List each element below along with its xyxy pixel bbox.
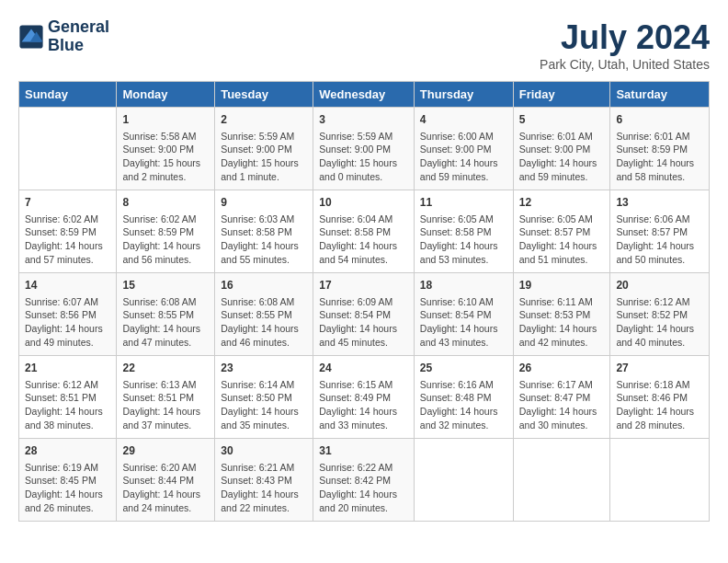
day-number: 6 [616,112,703,128]
title-section: July 2024 Park City, Utah, United States [540,18,710,72]
day-info: Sunrise: 6:22 AM Sunset: 8:42 PM Dayligh… [319,461,408,515]
location: Park City, Utah, United States [540,57,710,72]
calendar-cell: 10Sunrise: 6:04 AM Sunset: 8:58 PM Dayli… [313,190,415,273]
day-info: Sunrise: 6:12 AM Sunset: 8:51 PM Dayligh… [25,378,110,432]
logo-text: General Blue [48,18,109,55]
day-info: Sunrise: 5:59 AM Sunset: 9:00 PM Dayligh… [319,130,408,184]
calendar-header-day: Saturday [610,82,710,108]
day-number: 23 [221,361,307,376]
calendar-cell: 29Sunrise: 6:20 AM Sunset: 8:44 PM Dayli… [117,439,215,522]
day-number: 13 [616,195,703,211]
day-info: Sunrise: 6:11 AM Sunset: 8:53 PM Dayligh… [519,295,605,350]
calendar-cell: 9Sunrise: 6:03 AM Sunset: 8:58 PM Daylig… [215,190,313,273]
calendar-week-row: 21Sunrise: 6:12 AM Sunset: 8:51 PM Dayli… [19,356,710,439]
calendar-cell [19,108,117,190]
calendar-cell [414,439,513,522]
day-info: Sunrise: 6:07 AM Sunset: 8:56 PM Dayligh… [25,295,110,350]
day-info: Sunrise: 6:04 AM Sunset: 8:58 PM Dayligh… [319,213,408,267]
calendar-header-day: Monday [117,82,215,108]
calendar-header-day: Thursday [414,82,513,108]
logo: General Blue [18,18,109,55]
day-number: 30 [221,443,307,459]
day-info: Sunrise: 6:01 AM Sunset: 9:00 PM Dayligh… [519,130,605,184]
day-number: 11 [420,195,507,211]
calendar-cell: 30Sunrise: 6:21 AM Sunset: 8:43 PM Dayli… [215,439,313,522]
calendar-header-day: Sunday [19,82,117,108]
day-info: Sunrise: 6:12 AM Sunset: 8:52 PM Dayligh… [616,295,703,350]
day-info: Sunrise: 6:17 AM Sunset: 8:47 PM Dayligh… [519,378,605,432]
calendar-table: SundayMondayTuesdayWednesdayThursdayFrid… [18,81,710,522]
calendar-cell: 5Sunrise: 6:01 AM Sunset: 9:00 PM Daylig… [513,108,610,190]
calendar-cell: 28Sunrise: 6:19 AM Sunset: 8:45 PM Dayli… [19,439,117,522]
day-info: Sunrise: 6:05 AM Sunset: 8:58 PM Dayligh… [420,213,507,267]
day-info: Sunrise: 6:13 AM Sunset: 8:51 PM Dayligh… [122,378,209,432]
calendar-cell: 3Sunrise: 5:59 AM Sunset: 9:00 PM Daylig… [313,108,415,190]
day-info: Sunrise: 6:16 AM Sunset: 8:48 PM Dayligh… [420,378,507,432]
day-info: Sunrise: 6:03 AM Sunset: 8:58 PM Dayligh… [221,213,307,267]
day-number: 2 [221,112,307,128]
day-number: 16 [221,278,307,293]
day-number: 24 [319,361,408,376]
day-number: 17 [319,278,408,293]
day-number: 5 [519,112,605,128]
logo-icon [18,24,44,50]
day-number: 22 [122,361,209,376]
calendar-header-day: Tuesday [215,82,313,108]
day-number: 26 [519,361,605,376]
calendar-cell: 24Sunrise: 6:15 AM Sunset: 8:49 PM Dayli… [313,356,415,439]
calendar-cell: 19Sunrise: 6:11 AM Sunset: 8:53 PM Dayli… [513,273,610,356]
calendar-cell: 21Sunrise: 6:12 AM Sunset: 8:51 PM Dayli… [19,356,117,439]
calendar-cell: 18Sunrise: 6:10 AM Sunset: 8:54 PM Dayli… [414,273,513,356]
calendar-cell [610,439,710,522]
day-number: 1 [122,112,209,128]
day-number: 7 [25,195,110,211]
day-number: 18 [420,278,507,293]
day-number: 14 [25,278,110,293]
calendar-header-row: SundayMondayTuesdayWednesdayThursdayFrid… [19,82,710,108]
day-info: Sunrise: 6:14 AM Sunset: 8:50 PM Dayligh… [221,378,307,432]
day-info: Sunrise: 6:21 AM Sunset: 8:43 PM Dayligh… [221,461,307,515]
calendar-cell: 15Sunrise: 6:08 AM Sunset: 8:55 PM Dayli… [117,273,215,356]
calendar-cell: 2Sunrise: 5:59 AM Sunset: 9:00 PM Daylig… [215,108,313,190]
calendar-cell: 7Sunrise: 6:02 AM Sunset: 8:59 PM Daylig… [19,190,117,273]
calendar-week-row: 14Sunrise: 6:07 AM Sunset: 8:56 PM Dayli… [19,273,710,356]
calendar-week-row: 7Sunrise: 6:02 AM Sunset: 8:59 PM Daylig… [19,190,710,273]
day-info: Sunrise: 6:08 AM Sunset: 8:55 PM Dayligh… [221,295,307,350]
calendar-week-row: 1Sunrise: 5:58 AM Sunset: 9:00 PM Daylig… [19,108,710,190]
calendar-week-row: 28Sunrise: 6:19 AM Sunset: 8:45 PM Dayli… [19,439,710,522]
calendar-cell: 31Sunrise: 6:22 AM Sunset: 8:42 PM Dayli… [313,439,415,522]
calendar-cell: 4Sunrise: 6:00 AM Sunset: 9:00 PM Daylig… [414,108,513,190]
page-header: General Blue July 2024 Park City, Utah, … [18,18,710,72]
day-info: Sunrise: 6:00 AM Sunset: 9:00 PM Dayligh… [420,130,507,184]
day-info: Sunrise: 6:19 AM Sunset: 8:45 PM Dayligh… [25,461,110,515]
day-info: Sunrise: 6:10 AM Sunset: 8:54 PM Dayligh… [420,295,507,350]
day-number: 4 [420,112,507,128]
calendar-cell: 12Sunrise: 6:05 AM Sunset: 8:57 PM Dayli… [513,190,610,273]
day-info: Sunrise: 6:05 AM Sunset: 8:57 PM Dayligh… [519,213,605,267]
calendar-cell: 14Sunrise: 6:07 AM Sunset: 8:56 PM Dayli… [19,273,117,356]
calendar-header-day: Wednesday [313,82,415,108]
day-number: 27 [616,361,703,376]
day-info: Sunrise: 5:58 AM Sunset: 9:00 PM Dayligh… [122,130,209,184]
day-info: Sunrise: 6:20 AM Sunset: 8:44 PM Dayligh… [122,461,209,515]
day-number: 9 [221,195,307,211]
calendar-cell: 6Sunrise: 6:01 AM Sunset: 8:59 PM Daylig… [610,108,710,190]
calendar-cell: 11Sunrise: 6:05 AM Sunset: 8:58 PM Dayli… [414,190,513,273]
day-number: 12 [519,195,605,211]
calendar-header-day: Friday [513,82,610,108]
calendar-cell: 23Sunrise: 6:14 AM Sunset: 8:50 PM Dayli… [215,356,313,439]
day-number: 19 [519,278,605,293]
day-number: 25 [420,361,507,376]
calendar-cell [513,439,610,522]
day-number: 3 [319,112,408,128]
day-number: 21 [25,361,110,376]
calendar-cell: 17Sunrise: 6:09 AM Sunset: 8:54 PM Dayli… [313,273,415,356]
day-info: Sunrise: 6:09 AM Sunset: 8:54 PM Dayligh… [319,295,408,350]
day-info: Sunrise: 6:15 AM Sunset: 8:49 PM Dayligh… [319,378,408,432]
calendar-cell: 1Sunrise: 5:58 AM Sunset: 9:00 PM Daylig… [117,108,215,190]
calendar-cell: 22Sunrise: 6:13 AM Sunset: 8:51 PM Dayli… [117,356,215,439]
day-number: 8 [122,195,209,211]
day-info: Sunrise: 6:18 AM Sunset: 8:46 PM Dayligh… [616,378,703,432]
calendar-cell: 26Sunrise: 6:17 AM Sunset: 8:47 PM Dayli… [513,356,610,439]
day-info: Sunrise: 5:59 AM Sunset: 9:00 PM Dayligh… [221,130,307,184]
